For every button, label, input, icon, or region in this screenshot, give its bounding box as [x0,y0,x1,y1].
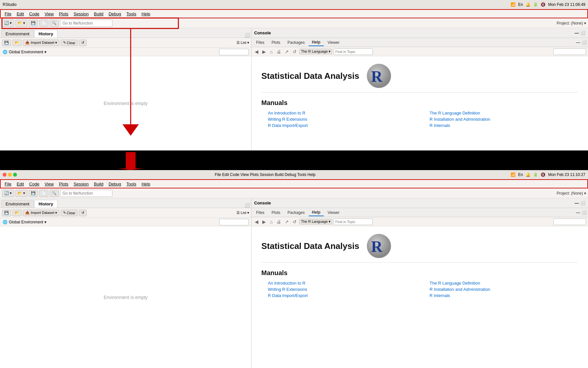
open-file-btn-2[interactable]: 📂 ▾ [15,190,27,197]
menu-session[interactable]: Session [71,10,91,17]
menu-help[interactable]: Help [139,10,153,17]
lang-selector[interactable]: The R Language ▾ [299,49,332,54]
print-btn-2[interactable]: 📄 [39,190,48,197]
help-refresh-btn-2[interactable]: ↺ [291,219,298,225]
tab-viewer-2[interactable]: Viewer [324,209,343,216]
save-history-btn[interactable]: 💾 [2,40,11,46]
help-forward-btn[interactable]: ▶ [261,48,267,55]
tab-plots[interactable]: Plots [268,39,284,46]
list-toggle-btn-2[interactable]: ☰ List ▾ [237,211,249,215]
console-maximize-btn-2[interactable]: ⬜ [580,201,585,205]
win-max-btn[interactable] [13,173,17,177]
tab-environment-2[interactable]: Environment [1,200,34,208]
tab-history-2[interactable]: History [34,200,57,208]
manual-link-lang-def-2[interactable]: The R Language Definition [430,281,578,286]
save-history-btn-2[interactable]: 💾 [2,210,11,216]
help-home-btn-2[interactable]: ⌂ [269,219,274,225]
tab-viewer[interactable]: Viewer [324,39,343,46]
env-selector-2[interactable]: 🌐 Global Environment ▾ [0,218,251,226]
help-refresh-btn[interactable]: ↺ [291,48,298,55]
console-minimize-btn[interactable]: — [575,30,579,35]
manual-link-intro[interactable]: An Introduction to R [268,111,416,115]
env-search[interactable] [219,49,249,55]
tab-environment[interactable]: Environment [1,30,34,38]
menu-plots[interactable]: Plots [56,10,71,17]
help-print-btn-2[interactable]: 🖨 [275,219,282,225]
manual-link-import-2[interactable]: R Data Import/Export [268,293,416,298]
menu-tools[interactable]: Tools [124,10,139,17]
help-forward-btn-2[interactable]: ▶ [261,219,267,225]
help-home-btn[interactable]: ⌂ [269,48,274,55]
menu-help-2[interactable]: Help [139,181,153,187]
help-external-btn[interactable]: ↗ [284,48,290,55]
menu-code-2[interactable]: Code [26,181,42,187]
menu-view-2[interactable]: View [42,181,56,187]
tab-files-2[interactable]: Files [253,209,268,216]
help-back-btn[interactable]: ◀ [253,48,260,55]
win-close-btn[interactable] [3,173,7,177]
global-env-dropdown[interactable]: 🌐 Global Environment ▾ [3,50,46,54]
help-maximize-2[interactable]: ⬜ [581,210,587,215]
tab-packages[interactable]: Packages [284,39,308,46]
menu-debug[interactable]: Debug [106,10,123,17]
manual-link-install-2[interactable]: R Installation and Administration [430,287,578,292]
find-topic-input[interactable] [334,48,373,55]
find-btn[interactable]: 🔍 [50,20,59,27]
menu-edit-2[interactable]: Edit [14,181,26,187]
menu-plots-2[interactable]: Plots [56,181,71,187]
win-min-btn[interactable] [8,173,12,177]
manual-link-lang-def[interactable]: The R Language Definition [430,111,578,115]
new-file-btn[interactable]: 🔄 ▾ [2,20,14,27]
menu-session-2[interactable]: Session [71,181,91,187]
lang-selector-2[interactable]: The R Language ▾ [299,219,332,224]
help-minimize[interactable]: — [576,40,580,45]
menu-view[interactable]: View [42,10,56,17]
find-topic-input-2[interactable] [334,219,373,225]
tab-files[interactable]: Files [253,39,268,46]
tab-help-2[interactable]: Help [309,209,324,216]
console-minimize-btn-2[interactable]: — [575,201,579,205]
manual-link-import[interactable]: R Data Import/Export [268,123,416,128]
tab-plots-2[interactable]: Plots [268,209,284,216]
menu-build[interactable]: Build [91,10,106,17]
help-search-input-2[interactable] [553,219,586,225]
tab-history[interactable]: History [34,30,57,38]
print-btn[interactable]: 📄 [39,20,48,27]
console-maximize-btn[interactable]: ⬜ [580,30,585,35]
menu-build-2[interactable]: Build [91,181,106,187]
maximize-left-btn-2[interactable]: ⬜ [244,202,250,208]
help-print-btn[interactable]: 🖨 [275,48,282,55]
manual-link-internals[interactable]: R Internals [430,123,578,128]
menu-edit[interactable]: Edit [14,10,26,17]
help-external-btn-2[interactable]: ↗ [284,219,290,225]
manual-link-extensions-2[interactable]: Writing R Extensions [268,287,416,292]
import-dataset-btn-2[interactable]: 📥 Import Dataset ▾ [23,210,59,216]
goto-input[interactable] [60,20,112,27]
open-file-btn[interactable]: 📂 ▾ [15,20,27,27]
env-search-2[interactable] [219,219,249,225]
list-toggle-btn[interactable]: ☰ List ▾ [237,41,249,45]
env-selector[interactable]: 🌐 Global Environment ▾ [0,48,251,56]
save-btn-2[interactable]: 💾 [29,190,38,197]
project-label-2[interactable]: Project: (None) ▾ [557,191,586,196]
save-btn[interactable]: 💾 [29,20,38,27]
help-maximize[interactable]: ⬜ [581,40,587,45]
help-search-input[interactable] [553,48,586,55]
menu-debug-2[interactable]: Debug [106,181,123,187]
goto-input-2[interactable] [60,190,112,197]
manual-link-intro-2[interactable]: An Introduction to R [268,281,416,286]
clear-btn-2[interactable]: ✎ Clear [61,210,77,216]
tab-packages-2[interactable]: Packages [284,209,308,216]
refresh-btn-2[interactable]: ↺ [79,210,87,216]
manual-link-extensions[interactable]: Writing R Extensions [268,117,416,122]
menu-file-2[interactable]: File [2,181,14,187]
manual-link-internals-2[interactable]: R Internals [430,293,578,298]
manual-link-install[interactable]: R Installation and Administration [430,117,578,122]
maximize-left-btn[interactable]: ⬜ [244,32,250,38]
clear-btn[interactable]: ✎ Clear [61,40,77,46]
load-history-btn[interactable]: 📂 [12,40,22,46]
new-file-btn-2[interactable]: 🔄 ▾ [2,190,14,197]
help-minimize-2[interactable]: — [576,210,580,215]
refresh-btn[interactable]: ↺ [79,40,87,46]
find-btn-2[interactable]: 🔍 [50,190,59,197]
